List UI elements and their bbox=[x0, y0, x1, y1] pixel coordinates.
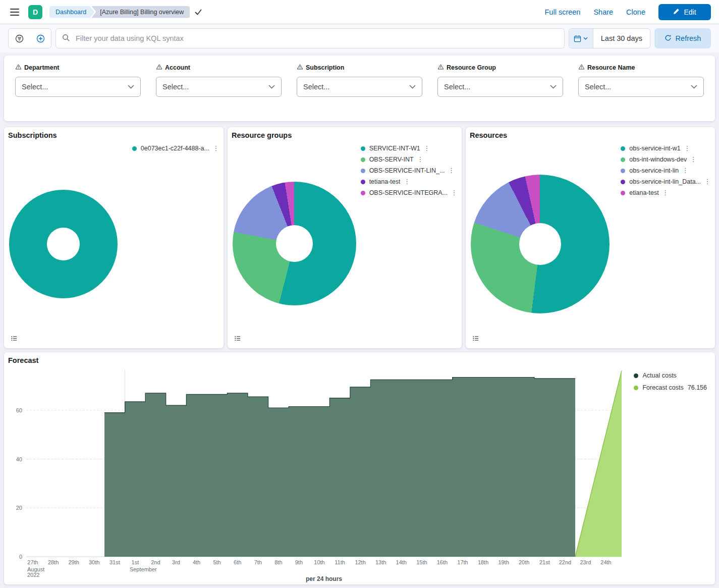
control-label: Resource Group bbox=[447, 64, 496, 71]
panel-title: Forecast bbox=[8, 356, 38, 364]
donut-hole bbox=[276, 225, 313, 262]
svg-text:20th: 20th bbox=[519, 559, 529, 565]
legend-item[interactable]: Actual costs bbox=[634, 371, 676, 380]
chevron-down-icon bbox=[409, 85, 416, 89]
select-value: Select... bbox=[585, 83, 611, 91]
control-label: Subscription bbox=[306, 64, 344, 71]
legend-item[interactable]: etiana-test ⋮ bbox=[621, 189, 670, 197]
legend-item[interactable]: tetiana-test ⋮ bbox=[361, 178, 412, 186]
legend-label: etiana-test bbox=[629, 189, 658, 196]
legend-toggle-icon[interactable] bbox=[8, 332, 20, 344]
forecast-area-chart[interactable]: 020406027th28th29th30th31st1st2nd3rd4th5… bbox=[4, 364, 630, 579]
dashboard-controls-panel: Department Select... Account Select... S… bbox=[4, 56, 715, 121]
resource-group-select[interactable]: Select... bbox=[437, 77, 563, 97]
edit-button[interactable]: Edit bbox=[658, 4, 711, 20]
svg-text:21st: 21st bbox=[539, 559, 550, 565]
legend-color-dot bbox=[621, 169, 625, 173]
legend-label: SERVICE-INT-W1 bbox=[369, 145, 420, 152]
resource-name-select[interactable]: Select... bbox=[578, 77, 704, 97]
legend-toggle-icon[interactable] bbox=[232, 332, 244, 344]
svg-text:5th: 5th bbox=[213, 559, 220, 565]
legend-color-dot bbox=[361, 169, 365, 173]
legend: 0e073ec1-c22f-4488-a... ⋮ bbox=[132, 144, 220, 152]
resources-donut-chart[interactable] bbox=[471, 175, 610, 313]
legend-item-menu-icon[interactable]: ⋮ bbox=[422, 144, 431, 152]
legend-item[interactable]: obs-int-windows-dev ⋮ bbox=[621, 155, 698, 164]
legend-item-menu-icon[interactable]: ⋮ bbox=[681, 167, 690, 175]
legend: SERVICE-INT-W1 ⋮ OBS-SERV-INT ⋮ OBS-SERV… bbox=[361, 144, 459, 197]
legend-label: OBS-SERV-INT bbox=[369, 156, 414, 163]
add-filter-icon[interactable] bbox=[30, 29, 51, 48]
breadcrumb-current-page[interactable]: [Azure Billing] Billing overview bbox=[91, 6, 190, 18]
warning-icon bbox=[15, 64, 22, 72]
legend-color-dot bbox=[634, 373, 638, 378]
legend-item-menu-icon[interactable]: ⋮ bbox=[402, 178, 411, 186]
saved-query-menu-icon[interactable] bbox=[9, 29, 30, 48]
legend-item-menu-icon[interactable]: ⋮ bbox=[447, 167, 456, 175]
legend-item[interactable]: 0e073ec1-c22f-4488-a... ⋮ bbox=[132, 144, 220, 152]
warning-icon bbox=[156, 64, 162, 72]
clone-button[interactable]: Clone bbox=[626, 8, 645, 16]
svg-text:4th: 4th bbox=[193, 559, 200, 565]
legend-color-dot bbox=[621, 157, 625, 162]
subscriptions-donut-chart[interactable] bbox=[9, 190, 118, 298]
control-label: Account bbox=[165, 64, 190, 71]
time-range-value[interactable]: Last 30 days bbox=[593, 29, 650, 48]
kql-search-box bbox=[56, 28, 565, 48]
legend-item[interactable]: OBS-SERVICE-INT-LIN_... ⋮ bbox=[361, 167, 456, 175]
svg-text:3rd: 3rd bbox=[172, 559, 180, 565]
legend-item-menu-icon[interactable]: ⋮ bbox=[689, 155, 698, 164]
refresh-button-label: Refresh bbox=[676, 34, 701, 42]
panel-resource-groups: Resource groups SERVICE-INT-W1 ⋮ OBS-SER… bbox=[228, 127, 462, 348]
legend-item-menu-icon[interactable]: ⋮ bbox=[703, 178, 712, 186]
legend-label: OBS-SERVICE-INTEGRA... bbox=[369, 189, 448, 196]
breadcrumb-dashboard[interactable]: Dashboard bbox=[49, 6, 94, 18]
subscription-select[interactable]: Select... bbox=[297, 77, 422, 97]
legend-item[interactable]: obs-service-int-lin ⋮ bbox=[621, 167, 690, 175]
share-button[interactable]: Share bbox=[593, 8, 613, 16]
refresh-icon bbox=[665, 34, 672, 43]
svg-text:18th: 18th bbox=[478, 559, 488, 565]
x-axis-title: per 24 hours bbox=[26, 575, 622, 582]
space-avatar[interactable]: D bbox=[28, 5, 42, 19]
select-value: Select... bbox=[22, 83, 48, 91]
panel-resources: Resources obs-service-int-w1 ⋮ obs-int-w… bbox=[466, 127, 715, 348]
svg-text:1st: 1st bbox=[132, 559, 139, 565]
calendar-icon[interactable] bbox=[569, 29, 593, 48]
panel-title: Subscriptions bbox=[8, 131, 57, 139]
legend-label: obs-service-int-lin_Data... bbox=[629, 178, 701, 185]
legend-item[interactable]: SERVICE-INT-W1 ⋮ bbox=[361, 144, 431, 152]
legend-item[interactable]: Forecast costs 76.156 bbox=[634, 384, 707, 392]
legend-item[interactable]: obs-service-int-w1 ⋮ bbox=[621, 144, 691, 152]
legend-item-menu-icon[interactable]: ⋮ bbox=[416, 155, 425, 164]
menu-icon[interactable] bbox=[8, 6, 21, 18]
legend-color-dot bbox=[361, 146, 365, 151]
search-input[interactable] bbox=[75, 34, 558, 43]
svg-text:19th: 19th bbox=[498, 559, 509, 565]
refresh-button[interactable]: Refresh bbox=[654, 28, 711, 48]
svg-text:29th: 29th bbox=[68, 559, 79, 565]
full-screen-button[interactable]: Full screen bbox=[544, 8, 580, 16]
legend-toggle-icon[interactable] bbox=[470, 332, 482, 344]
legend-label: tetiana-test bbox=[369, 178, 401, 185]
select-value: Select... bbox=[162, 83, 189, 91]
donut-panels-row: Subscriptions 0e073ec1-c22f-4488-a... ⋮ … bbox=[4, 127, 715, 348]
legend-item-menu-icon[interactable]: ⋮ bbox=[211, 144, 220, 152]
department-select[interactable]: Select... bbox=[15, 77, 141, 97]
legend-item[interactable]: OBS-SERVICE-INTEGRA... ⋮ bbox=[361, 189, 459, 197]
legend-item-menu-icon[interactable]: ⋮ bbox=[450, 189, 459, 197]
legend-label: Actual costs bbox=[642, 372, 676, 379]
account-select[interactable]: Select... bbox=[156, 77, 282, 97]
legend-item-menu-icon[interactable]: ⋮ bbox=[683, 144, 692, 152]
svg-text:0: 0 bbox=[19, 554, 22, 560]
forecast-legend: Actual costs Forecast costs 76.156 bbox=[634, 371, 707, 392]
svg-text:17th: 17th bbox=[457, 559, 468, 565]
svg-text:11th: 11th bbox=[335, 559, 345, 565]
legend-item-menu-icon[interactable]: ⋮ bbox=[661, 189, 670, 197]
svg-text:2nd: 2nd bbox=[151, 559, 160, 565]
svg-text:15th: 15th bbox=[416, 559, 427, 565]
legend-item[interactable]: obs-service-int-lin_Data... ⋮ bbox=[621, 178, 712, 186]
legend-item[interactable]: OBS-SERV-INT ⋮ bbox=[361, 155, 425, 164]
resource-groups-donut-chart[interactable] bbox=[233, 182, 356, 305]
edit-icon bbox=[673, 8, 680, 16]
